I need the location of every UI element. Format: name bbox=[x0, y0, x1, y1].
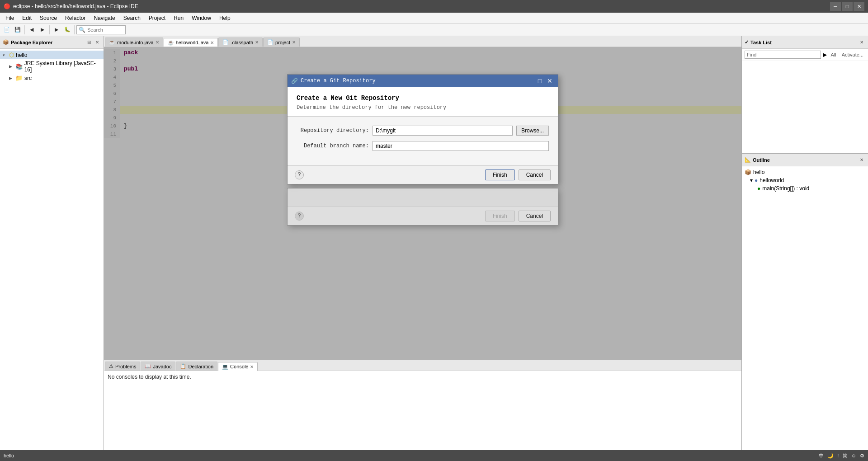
title-bar-controls[interactable]: ─ □ ✕ bbox=[830, 2, 864, 11]
task-activate-button[interactable]: Activate... bbox=[840, 52, 865, 58]
menu-bar: File Edit Source Refactor Navigate Searc… bbox=[0, 13, 868, 24]
editor-tab-bar: ☕ module-info.java ✕ ☕ helloworld.java ✕… bbox=[104, 36, 741, 47]
dialog-footer-buttons: Finish Cancel bbox=[485, 169, 551, 180]
outline-panel: 📐 Outline ✕ 📦 hello ▾ ● helloworld bbox=[742, 154, 868, 450]
tree-item-src[interactable]: ▶ 📁 src bbox=[0, 74, 104, 82]
cancel-button-second[interactable]: Cancel bbox=[519, 211, 551, 221]
panel-close-button[interactable]: ✕ bbox=[94, 39, 101, 46]
menu-run[interactable]: Run bbox=[170, 14, 187, 22]
console-icon: 💻 bbox=[222, 364, 228, 370]
menu-edit[interactable]: Edit bbox=[19, 14, 35, 22]
menu-navigate[interactable]: Navigate bbox=[90, 14, 118, 22]
menu-search[interactable]: Search bbox=[120, 14, 144, 22]
status-moon-icon[interactable]: 🌙 bbox=[827, 453, 834, 459]
status-bar: hello 中 🌙 ⁝ 简 ☺ ⚙ bbox=[0, 450, 868, 461]
create-git-repo-dialog: 🔗 Create a Git Repository □ ✕ Create a N… bbox=[287, 74, 558, 184]
tree-arrow-jre: ▶ bbox=[9, 64, 14, 69]
tab-module-info-close[interactable]: ✕ bbox=[156, 40, 159, 45]
maximize-button[interactable]: □ bbox=[842, 2, 853, 11]
task-find-bar: ▶ All Activate... bbox=[742, 49, 868, 61]
status-simplified-icon[interactable]: 简 bbox=[843, 452, 848, 459]
outline-expand-arrow: ▾ bbox=[750, 177, 753, 183]
tab-module-info[interactable]: ☕ module-info.java ✕ bbox=[105, 38, 163, 47]
create-git-repo-dialog-second: ? Finish Cancel bbox=[287, 188, 558, 226]
tree-arrow-src: ▶ bbox=[9, 76, 14, 80]
tab-classpath[interactable]: 📄 .classpath ✕ bbox=[218, 38, 263, 47]
menu-help[interactable]: Help bbox=[216, 14, 234, 22]
package-explorer-tree: ▾ ⬡ hello ▶ 📚 JRE System Library [JavaSE… bbox=[0, 49, 104, 450]
title-bar-left: 🔴 eclipse - hello/src/hello/helloworld.j… bbox=[4, 3, 138, 9]
help-button-second[interactable]: ? bbox=[295, 212, 304, 221]
cancel-button[interactable]: Cancel bbox=[519, 169, 551, 180]
close-button[interactable]: ✕ bbox=[854, 2, 864, 11]
dialog-header: Create a New Git Repository Determine th… bbox=[288, 87, 558, 117]
branch-label: Default branch name: bbox=[297, 143, 369, 149]
dialog-footer: ? Finish Cancel bbox=[288, 165, 558, 184]
status-chinese-icon[interactable]: 中 bbox=[819, 452, 824, 459]
outline-close-btn[interactable]: ✕ bbox=[858, 156, 865, 164]
branch-row: Default branch name: bbox=[297, 141, 549, 151]
tab-classpath-icon: 📄 bbox=[222, 39, 229, 45]
task-find-input[interactable] bbox=[745, 51, 821, 59]
dialog-maximize-button[interactable]: □ bbox=[535, 76, 544, 85]
outline-item-main[interactable]: ● main(String[]) : void bbox=[742, 184, 868, 193]
dialog-header-subtitle: Determine the directory for the new repo… bbox=[297, 104, 549, 111]
status-punctuation-icon[interactable]: ⁝ bbox=[837, 453, 839, 459]
tab-javadoc[interactable]: 📖 Javadoc bbox=[141, 362, 175, 371]
tab-helloworld-close[interactable]: ✕ bbox=[210, 40, 214, 45]
status-emoji-icon[interactable]: ☺ bbox=[851, 453, 856, 458]
menu-source[interactable]: Source bbox=[36, 14, 61, 22]
task-list-close[interactable]: ✕ bbox=[858, 39, 865, 46]
outline-item-hello[interactable]: 📦 hello bbox=[742, 168, 868, 176]
tab-classpath-close[interactable]: ✕ bbox=[255, 40, 259, 45]
outline-icon: 📐 bbox=[745, 157, 751, 163]
menu-refactor[interactable]: Refactor bbox=[61, 14, 89, 22]
toolbar-save[interactable]: 💾 bbox=[13, 25, 23, 35]
outline-label-main: main(String[]) : void bbox=[762, 185, 809, 192]
outline-item-helloworld[interactable]: ▾ ● helloworld bbox=[742, 176, 868, 184]
tab-project-close[interactable]: ✕ bbox=[292, 40, 296, 45]
browse-button[interactable]: Browse... bbox=[516, 126, 549, 136]
toolbar-fwd[interactable]: ▶ bbox=[38, 25, 47, 35]
minimize-button[interactable]: ─ bbox=[830, 2, 841, 11]
toolbar-debug[interactable]: 🐛 bbox=[62, 25, 72, 35]
dialog-close-button[interactable]: ✕ bbox=[545, 76, 554, 85]
outline-method-icon: ● bbox=[757, 185, 760, 192]
dialog-footer-second: ? Finish Cancel bbox=[288, 207, 558, 225]
help-button[interactable]: ? bbox=[295, 170, 304, 179]
outline-title-area: 📐 Outline bbox=[745, 157, 770, 163]
toolbar-run[interactable]: ▶ bbox=[52, 25, 61, 35]
tab-helloworld[interactable]: ☕ helloworld.java ✕ bbox=[164, 38, 218, 47]
tab-console[interactable]: 💻 Console ✕ bbox=[218, 362, 258, 371]
outline-tree: 📦 hello ▾ ● helloworld ● main(String[]) … bbox=[742, 166, 868, 450]
toolbar-search-box[interactable]: 🔍 bbox=[76, 25, 126, 34]
toolbar: 📄 💾 ◀ ▶ ▶ 🐛 🔍 bbox=[0, 24, 868, 36]
branch-input[interactable] bbox=[373, 141, 549, 151]
task-all-button[interactable]: All bbox=[829, 52, 838, 58]
tree-item-jre[interactable]: ▶ 📚 JRE System Library [JavaSE-16] bbox=[0, 59, 104, 74]
dialog-title-bar: 🔗 Create a Git Repository □ ✕ bbox=[288, 75, 558, 87]
tab-module-info-label: module-info.java bbox=[117, 40, 154, 45]
menu-window[interactable]: Window bbox=[188, 14, 215, 22]
tab-console-close[interactable]: ✕ bbox=[250, 364, 254, 369]
toolbar-back[interactable]: ◀ bbox=[27, 25, 37, 35]
tree-item-hello[interactable]: ▾ ⬡ hello bbox=[0, 51, 104, 59]
tab-declaration[interactable]: 📋 Declaration bbox=[176, 362, 217, 371]
toolbar-new[interactable]: 📄 bbox=[2, 25, 12, 35]
menu-file[interactable]: File bbox=[2, 14, 18, 22]
status-left: hello bbox=[4, 453, 14, 458]
repo-dir-input[interactable] bbox=[373, 126, 513, 136]
finish-button[interactable]: Finish bbox=[485, 169, 515, 180]
tab-problems[interactable]: ⚠ Problems bbox=[105, 362, 140, 371]
status-gear-icon[interactable]: ⚙ bbox=[860, 453, 864, 459]
collapse-all-button[interactable]: ⊟ bbox=[85, 39, 93, 46]
search-input[interactable] bbox=[87, 27, 123, 33]
console-message: No consoles to display at this time. bbox=[108, 374, 191, 380]
dialog-overlay: 🔗 Create a Git Repository □ ✕ Create a N… bbox=[104, 47, 741, 360]
menu-project[interactable]: Project bbox=[145, 14, 169, 22]
tab-project[interactable]: 📄 project ✕ bbox=[263, 38, 300, 47]
tab-helloworld-icon: ☕ bbox=[168, 40, 174, 46]
code-editor[interactable]: 1 pack 2 3 publ 4 5 6 bbox=[104, 47, 741, 360]
tree-label-src: src bbox=[24, 75, 32, 81]
package-explorer-header: 📦 Package Explorer ⊟ ✕ bbox=[0, 36, 104, 49]
